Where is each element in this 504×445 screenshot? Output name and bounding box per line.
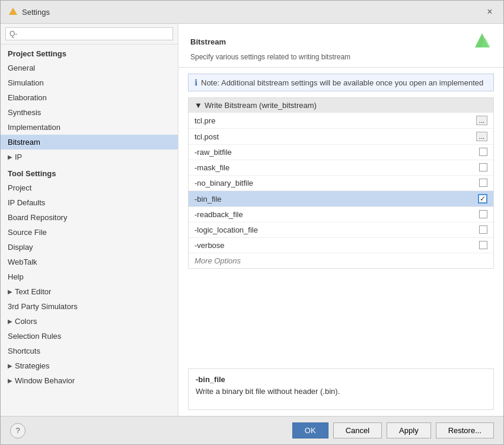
section-group-header[interactable]: ▼ Write Bitstream (write_bitstream) [189,98,493,113]
row-value[interactable] [326,145,493,159]
table-row: -logic_location_file [189,223,493,238]
note-box: ℹ Note: Additional bitstream settings wi… [188,74,494,91]
panel-subtitle: Specify various settings related to writ… [190,53,492,61]
ip-arrow-icon: ▶ [8,154,12,160]
table-row: -no_binary_bitfile [189,176,493,191]
search-box [1,24,178,44]
table-row: tcl.pre... [189,113,493,129]
checkbox[interactable] [479,210,487,218]
row-label: -readback_file [189,207,326,223]
sidebar-item-project[interactable]: Project [1,180,178,195]
row-label: -mask_file [189,160,326,176]
checkbox[interactable] [479,148,487,156]
collapse-icon: ▼ [194,101,202,110]
table-row: -mask_file [189,160,493,176]
browse-button[interactable]: ... [476,132,487,141]
cancel-button[interactable]: Cancel [333,422,382,438]
row-label: tcl.post [189,129,326,145]
sidebar-item-synthesis[interactable]: Synthesis [1,105,178,120]
window-behavior-arrow-icon: ▶ [8,377,12,384]
panel-header: Bitstream Specify various settings relat… [178,24,503,68]
row-value[interactable] [326,207,493,221]
row-value[interactable]: ✓ [326,191,493,207]
checkbox-checked[interactable]: ✓ [478,194,487,204]
sidebar-item-strategies[interactable]: ▶ Strategies [1,358,178,373]
close-button[interactable]: × [483,5,496,18]
sidebar-item-ip[interactable]: ▶ IP [1,150,178,164]
ok-button[interactable]: OK [292,422,328,438]
table-row: -readback_file [189,207,493,223]
project-settings-header: Project Settings [1,44,178,61]
sidebar-item-colors-label: Colors [15,317,37,326]
sidebar-item-ip-label: IP [15,152,22,161]
title-bar-left: Settings [8,7,50,17]
info-icon: ℹ [194,78,197,87]
row-value[interactable] [326,160,493,174]
footer-left: ? [10,423,25,438]
sidebar-item-window-behavior-label: Window Behavior [15,376,75,385]
row-label: -verbose [189,238,326,253]
app-icon [8,7,18,17]
sidebar-item-text-editor-label: Text Editor [15,287,51,296]
row-label: More Options [189,253,326,269]
row-label: -no_binary_bitfile [189,176,326,191]
restore-button[interactable]: Restore... [436,422,494,438]
description-title: -bin_file [196,375,486,384]
strategies-arrow-icon: ▶ [8,363,12,369]
sidebar-item-selection-rules[interactable]: Selection Rules [1,329,178,344]
checkbox[interactable] [479,241,487,249]
sidebar-item-text-editor[interactable]: ▶ Text Editor [1,284,178,299]
footer: ? OK Cancel Apply Restore... [1,416,503,444]
table-row: -raw_bitfile [189,145,493,160]
row-label: -raw_bitfile [189,145,326,160]
row-value[interactable] [326,176,493,190]
table-row: tcl.post... [189,129,493,145]
row-value[interactable] [326,223,493,237]
checkbox-wrapper[interactable]: ✓ [331,194,487,204]
checkbox[interactable] [479,163,487,171]
row-value[interactable]: ... [326,113,493,129]
row-value[interactable]: ... [326,129,493,145]
text-editor-arrow-icon: ▶ [8,288,12,295]
sidebar-item-3rd-party[interactable]: 3rd Party Simulators [1,299,178,314]
right-panel: Bitstream Specify various settings relat… [178,24,503,416]
colors-arrow-icon: ▶ [8,318,12,325]
sidebar-item-board-repository[interactable]: Board Repository [1,210,178,225]
description-content: Write a binary bit file without header (… [196,387,340,396]
sidebar-item-bitstream[interactable]: Bitstream [1,135,178,150]
dialog-title: Settings [22,8,50,17]
panel-body: ℹ Note: Additional bitstream settings wi… [178,68,503,368]
search-input[interactable] [5,27,173,40]
main-content: Project Settings General Simulation Elab… [1,24,503,416]
sidebar-item-help[interactable]: Help [1,269,178,284]
checkbox[interactable] [479,225,487,234]
sidebar-item-source-file[interactable]: Source File [1,225,178,240]
help-button[interactable]: ? [10,423,25,438]
apply-button[interactable]: Apply [387,422,431,438]
row-label: tcl.pre [189,113,326,129]
panel-title-text: Bitstream [190,37,226,46]
sidebar-item-strategies-label: Strategies [15,361,50,370]
sidebar-item-simulation[interactable]: Simulation [1,75,178,90]
sidebar-item-colors[interactable]: ▶ Colors [1,314,178,329]
row-value[interactable] [326,238,493,252]
settings-dialog: Settings × Project Settings General Simu… [0,0,504,445]
sidebar-item-ip-defaults[interactable]: IP Defaults [1,195,178,210]
description-text: Write a binary bit file without header (… [196,387,486,396]
row-label: -logic_location_file [189,223,326,238]
sidebar-item-implementation[interactable]: Implementation [1,120,178,135]
checkbox[interactable] [479,179,487,187]
sidebar-item-display[interactable]: Display [1,240,178,255]
sidebar-item-window-behavior[interactable]: ▶ Window Behavior [1,373,178,388]
sidebar-item-shortcuts[interactable]: Shortcuts [1,344,178,358]
title-bar: Settings × [1,1,503,24]
sidebar-item-webtalk[interactable]: WebTalk [1,255,178,269]
row-value [326,253,493,269]
browse-button[interactable]: ... [476,116,487,125]
sidebar-item-general[interactable]: General [1,61,178,75]
row-label: -bin_file [189,191,326,207]
note-text: Note: Additional bitstream settings will… [201,78,483,87]
sidebar-item-elaboration[interactable]: Elaboration [1,90,178,105]
settings-table: tcl.pre...tcl.post...-raw_bitfile-mask_f… [189,113,493,268]
table-row: More Options [189,253,493,269]
